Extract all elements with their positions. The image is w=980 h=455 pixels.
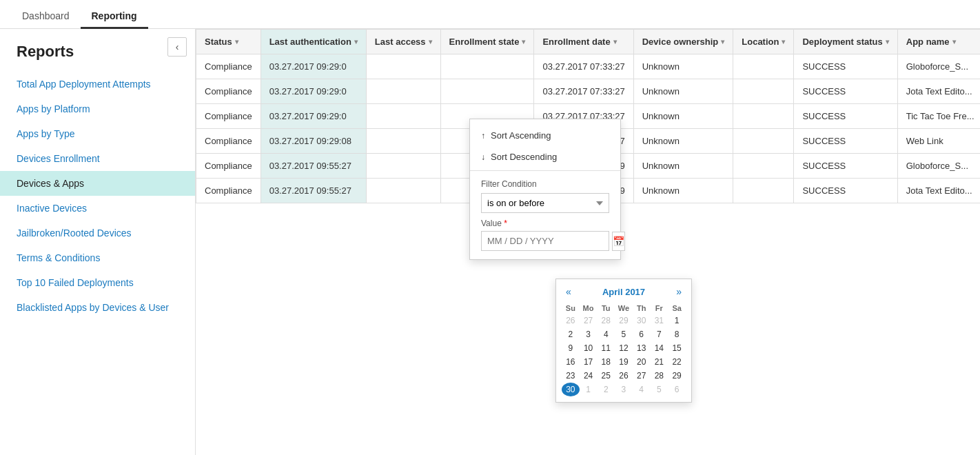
column-header-enrollment-date[interactable]: Enrollment date▾	[534, 30, 633, 54]
calendar-day[interactable]: 29	[668, 369, 686, 383]
calendar-day[interactable]: 30	[633, 314, 651, 327]
column-header-device-ownership[interactable]: Device ownership▾	[633, 30, 733, 54]
calendar-day[interactable]: 30	[562, 383, 580, 396]
calendar-day[interactable]: 26	[615, 369, 633, 383]
calendar-day[interactable]: 17	[580, 355, 598, 369]
cell-enrollment-state	[440, 54, 534, 79]
sidebar-item-apps-by-type[interactable]: Apps by Type	[0, 121, 195, 146]
column-header-location[interactable]: Location▾	[733, 30, 794, 54]
sort-descending-label: Sort Descending	[491, 152, 557, 162]
calendar-day[interactable]: 12	[615, 341, 633, 355]
calendar-day[interactable]: 4	[597, 327, 615, 341]
calendar-day[interactable]: 26	[562, 314, 580, 327]
calendar-day[interactable]: 15	[668, 341, 686, 355]
calendar-day[interactable]: 27	[580, 314, 598, 327]
cell-last-access	[366, 104, 440, 129]
sidebar-nav: Total App Deployment AttemptsApps by Pla…	[0, 72, 195, 320]
calendar-day[interactable]: 4	[633, 383, 651, 396]
calendar-day[interactable]: 11	[597, 341, 615, 355]
calendar-day[interactable]: 21	[651, 355, 668, 369]
column-header-deployment-status[interactable]: Deployment status▾	[794, 30, 897, 54]
cell-enrollment-date: 03.27.2017 07:33:27	[534, 79, 633, 104]
filter-condition-select[interactable]: is on or before is on or after is equal …	[481, 193, 609, 213]
column-label-status: Status	[205, 37, 232, 47]
cell-last-access	[366, 54, 440, 79]
calendar-day[interactable]: 19	[615, 355, 633, 369]
sidebar-item-blacklisted-apps[interactable]: Blacklisted Apps by Devices & User	[0, 295, 195, 320]
calendar-day[interactable]: 28	[597, 314, 615, 327]
calendar-day[interactable]: 5	[615, 327, 633, 341]
collapse-sidebar-button[interactable]: ‹	[167, 37, 187, 57]
tab-reporting[interactable]: Reporting	[81, 5, 148, 29]
calendar-day[interactable]: 24	[580, 369, 598, 383]
calendar-day[interactable]: 16	[562, 355, 580, 369]
calendar-day[interactable]: 13	[633, 341, 651, 355]
sidebar-item-terms-conditions[interactable]: Terms & Conditions	[0, 245, 195, 270]
column-header-last-auth[interactable]: Last authentication▾	[261, 30, 366, 54]
sidebar-item-jailbroken-rooted[interactable]: Jailbroken/Rooted Devices	[0, 221, 195, 245]
calendar-day[interactable]: 3	[615, 383, 633, 396]
cell-location	[733, 154, 794, 179]
calendar-day[interactable]: 27	[633, 369, 651, 383]
calendar-toggle-button[interactable]: 📅	[612, 232, 625, 251]
calendar-day[interactable]: 10	[580, 341, 598, 355]
calendar-day[interactable]: 25	[597, 369, 615, 383]
calendar-day[interactable]: 20	[633, 355, 651, 369]
cell-location	[733, 54, 794, 79]
cell-last-auth: 03.27.2017 09:55:27	[261, 154, 366, 179]
calendar-day[interactable]: 1	[668, 314, 686, 327]
cell-status: Compliance	[196, 104, 261, 129]
cell-last-access	[366, 179, 440, 203]
sidebar-item-devices-enrollment[interactable]: Devices Enrollment	[0, 146, 195, 171]
sort-icon-enrollment-state: ▾	[522, 38, 525, 46]
calendar-day[interactable]: 7	[651, 327, 668, 341]
calendar-day[interactable]: 6	[668, 383, 686, 396]
calendar-day[interactable]: 9	[562, 341, 580, 355]
calendar-day[interactable]: 22	[668, 355, 686, 369]
sidebar-item-apps-by-platform[interactable]: Apps by Platform	[0, 97, 195, 121]
calendar-next-button[interactable]: »	[672, 285, 686, 299]
sidebar-item-total-app-deployment[interactable]: Total App Deployment Attempts	[0, 72, 195, 97]
calendar-day[interactable]: 1	[580, 383, 598, 396]
cell-device-ownership: Unknown	[633, 104, 733, 129]
column-header-app-name[interactable]: App name▾	[897, 30, 980, 54]
calendar-day[interactable]: 2	[597, 383, 615, 396]
column-label-deployment-status: Deployment status	[802, 37, 882, 47]
calendar-day[interactable]: 18	[597, 355, 615, 369]
cell-last-auth: 03.27.2017 09:55:27	[261, 179, 366, 203]
cell-last-auth: 03.27.2017 09:29:0	[261, 104, 366, 129]
column-dropdown-popup: ↑ Sort Ascending ↓ Sort Descending Filte…	[469, 119, 621, 260]
cell-deployment-status: SUCCESS	[794, 79, 897, 104]
cell-status: Compliance	[196, 154, 261, 179]
calendar-day[interactable]: 31	[651, 314, 668, 327]
calendar-day[interactable]: 28	[651, 369, 668, 383]
calendar-day[interactable]: 2	[562, 327, 580, 341]
cal-day-header: Fr	[651, 303, 668, 314]
column-header-enrollment-state[interactable]: Enrollment state▾	[440, 30, 534, 54]
calendar-prev-button[interactable]: «	[562, 285, 575, 299]
cell-location	[733, 104, 794, 129]
calendar-day[interactable]: 23	[562, 369, 580, 383]
sidebar-item-top10-failed[interactable]: Top 10 Failed Deployments	[0, 270, 195, 295]
sidebar-item-devices-apps[interactable]: Devices & Apps	[0, 171, 195, 196]
cell-last-access	[366, 129, 440, 154]
sort-ascending-item[interactable]: ↑ Sort Ascending	[470, 125, 620, 146]
cal-day-header: Mo	[580, 303, 598, 314]
column-header-last-access[interactable]: Last access▾	[366, 30, 440, 54]
date-input-field[interactable]	[481, 231, 609, 251]
cell-last-auth: 03.27.2017 09:29:08	[261, 129, 366, 154]
calendar-day[interactable]: 5	[651, 383, 668, 396]
calendar-day[interactable]: 8	[668, 327, 686, 341]
calendar-day[interactable]: 14	[651, 341, 668, 355]
column-header-status[interactable]: Status▾	[196, 30, 261, 54]
sidebar-item-inactive-devices[interactable]: Inactive Devices	[0, 196, 195, 221]
cell-last-auth: 03.27.2017 09:29:0	[261, 54, 366, 79]
cal-day-header: We	[615, 303, 633, 314]
calendar-day[interactable]: 6	[633, 327, 651, 341]
calendar-day[interactable]: 3	[580, 327, 598, 341]
sort-icon-status: ▾	[235, 38, 238, 46]
calendar-day[interactable]: 29	[615, 314, 633, 327]
sort-icon-last-auth: ▾	[354, 38, 358, 46]
tab-dashboard[interactable]: Dashboard	[11, 5, 81, 29]
sort-descending-item[interactable]: ↓ Sort Descending	[470, 146, 620, 168]
